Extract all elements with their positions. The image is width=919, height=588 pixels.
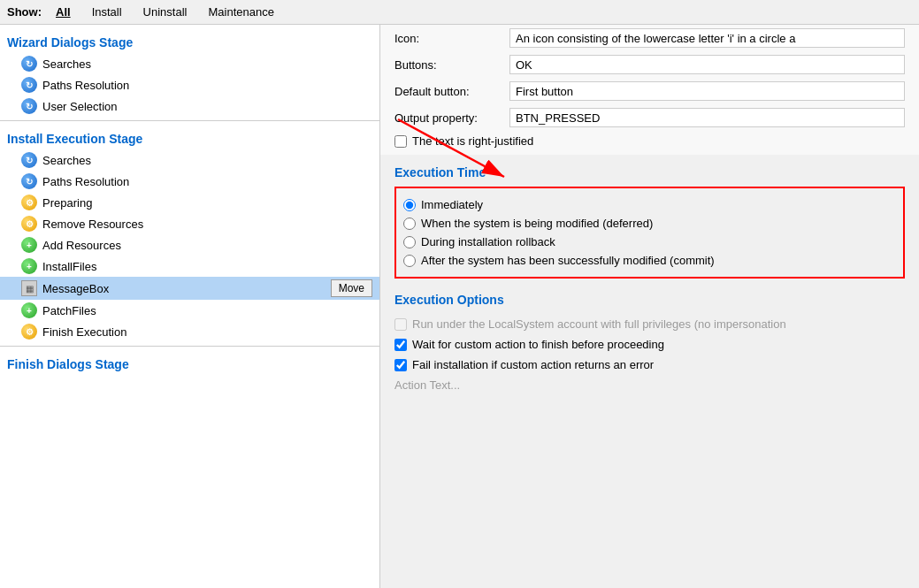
localsystem-label: Run under the LocalSystem account with f… [412, 317, 786, 331]
wizard-paths-label: Paths Resolution [42, 79, 372, 92]
action-text-label: Action Text... [394, 378, 460, 392]
buttons-value[interactable]: OK [509, 55, 905, 74]
default-button-row: Default button: First button [380, 78, 919, 104]
wait-custom-action-checkbox[interactable] [394, 339, 407, 351]
icon-value[interactable]: An icon consisting of the lowercase lett… [509, 28, 905, 48]
messagebox-label: MessageBox [42, 282, 322, 295]
filter-uninstall[interactable]: Uninstall [136, 4, 195, 20]
move-button[interactable]: Move [331, 279, 372, 297]
icon-label: Icon: [394, 32, 509, 45]
install-paths-icon: ↻ [21, 173, 37, 189]
content-area: Wizard Dialogs Stage ↻ Searches ↻ Paths … [0, 25, 919, 588]
output-property-row: Output property: BTN_PRESSED [380, 104, 919, 131]
execution-options-section: Run under the LocalSystem account with f… [380, 310, 919, 399]
wizard-user-selection[interactable]: ↻ User Selection [0, 95, 379, 117]
paths-resolution-icon: ↻ [21, 77, 37, 93]
radio-commit: After the system has been successfully m… [403, 251, 896, 270]
fail-installation-row: Fail installation if custom action retur… [380, 355, 919, 375]
filter-maintenance[interactable]: Maintenance [201, 4, 280, 20]
buttons-property-row: Buttons: OK [380, 51, 919, 78]
finish-execution-icon: ⚙ [21, 324, 37, 340]
patchfiles-icon: + [21, 302, 37, 318]
left-panel: Wizard Dialogs Stage ↻ Searches ↻ Paths … [0, 25, 380, 588]
add-resources-label: Add Resources [42, 239, 372, 252]
output-property-value[interactable]: BTN_PRESSED [509, 108, 905, 127]
action-text-row: Action Text... [380, 375, 919, 395]
wait-custom-action-label: Wait for custom action to finish before … [412, 338, 664, 351]
searches-icon: ↻ [21, 56, 37, 72]
radio-immediately-label: Immediately [421, 198, 483, 211]
filter-all[interactable]: All [49, 4, 78, 20]
radio-rollback: During installation rollback [403, 233, 896, 251]
install-preparing[interactable]: ⚙ Preparing [0, 192, 379, 213]
localsystem-row: Run under the LocalSystem account with f… [380, 314, 919, 334]
install-paths-resolution[interactable]: ↻ Paths Resolution [0, 171, 379, 192]
wizard-user-selection-label: User Selection [42, 100, 372, 113]
buttons-label: Buttons: [394, 58, 509, 72]
wizard-paths-resolution[interactable]: ↻ Paths Resolution [0, 74, 379, 95]
wizard-searches-label: Searches [42, 57, 372, 71]
properties-section: Icon: An icon consisting of the lowercas… [380, 25, 919, 155]
radio-deferred: When the system is being modified (defer… [403, 214, 896, 233]
radio-immediately-input[interactable] [403, 199, 416, 211]
fail-installation-checkbox[interactable] [394, 359, 407, 371]
right-justified-label: The text is right-justified [412, 134, 533, 148]
radio-deferred-label: When the system is being modified (defer… [421, 217, 653, 230]
execution-options-title: Execution Options [380, 282, 919, 310]
fail-installation-label: Fail installation if custom action retur… [412, 358, 654, 371]
wizard-searches[interactable]: ↻ Searches [0, 53, 379, 74]
default-button-value[interactable]: First button [509, 81, 905, 101]
install-messagebox[interactable]: ▦ MessageBox Move [0, 277, 379, 300]
right-panel: Icon: An icon consisting of the lowercas… [380, 25, 919, 588]
localsystem-checkbox[interactable] [394, 318, 407, 331]
default-button-label: Default button: [394, 85, 509, 98]
install-installfiles[interactable]: + InstallFiles [0, 256, 379, 277]
radio-commit-input[interactable] [403, 255, 416, 267]
radio-immediately: Immediately [403, 195, 896, 214]
wait-custom-action-row: Wait for custom action to finish before … [380, 334, 919, 355]
right-justified-row: The text is right-justified [380, 131, 919, 151]
radio-commit-label: After the system has been successfully m… [421, 254, 715, 267]
install-searches[interactable]: ↻ Searches [0, 149, 379, 171]
wizard-dialogs-stage-header: Wizard Dialogs Stage [0, 28, 379, 53]
add-resources-icon: + [21, 237, 37, 253]
execution-time-options: Immediately When the system is being mod… [394, 187, 905, 279]
install-finish-execution[interactable]: ⚙ Finish Execution [0, 321, 379, 342]
patchfiles-label: PatchFiles [42, 304, 372, 317]
preparing-label: Preparing [42, 196, 372, 210]
finish-dialogs-stage-header: Finish Dialogs Stage [0, 350, 379, 375]
icon-property-row: Icon: An icon consisting of the lowercas… [380, 25, 919, 51]
install-execution-stage-header: Install Execution Stage [0, 125, 379, 149]
install-remove-resources[interactable]: ⚙ Remove Resources [0, 213, 379, 234]
right-justified-checkbox[interactable] [394, 135, 407, 148]
preparing-icon: ⚙ [21, 195, 37, 210]
install-searches-icon: ↻ [21, 152, 37, 168]
install-patchfiles[interactable]: + PatchFiles [0, 300, 379, 321]
radio-deferred-input[interactable] [403, 218, 416, 230]
install-paths-label: Paths Resolution [42, 175, 372, 188]
radio-rollback-input[interactable] [403, 236, 416, 248]
remove-resources-icon: ⚙ [21, 216, 37, 232]
execution-time-title: Execution Time [380, 155, 919, 183]
installfiles-icon: + [21, 258, 37, 274]
install-add-resources[interactable]: + Add Resources [0, 234, 379, 256]
finish-execution-label: Finish Execution [42, 325, 372, 339]
install-searches-label: Searches [42, 154, 372, 167]
installfiles-label: InstallFiles [42, 260, 372, 273]
toolbar: Show: All Install Uninstall Maintenance [0, 0, 919, 25]
radio-rollback-label: During installation rollback [421, 235, 555, 248]
output-property-label: Output property: [394, 111, 509, 125]
user-selection-icon: ↻ [21, 98, 37, 114]
show-label: Show: [7, 5, 42, 19]
filter-install[interactable]: Install [85, 4, 129, 20]
main-container: Show: All Install Uninstall Maintenance … [0, 0, 919, 588]
messagebox-icon: ▦ [21, 280, 37, 296]
remove-resources-label: Remove Resources [42, 218, 372, 231]
